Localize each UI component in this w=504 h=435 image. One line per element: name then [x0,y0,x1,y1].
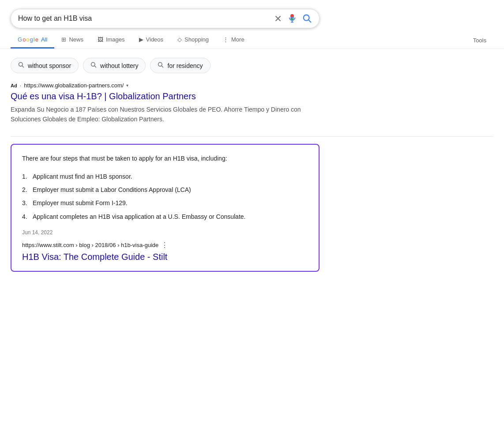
images-icon: 🖼 [98,36,103,43]
chip-search-icon [18,62,24,69]
svg-line-5 [94,66,96,67]
snippet-result-link[interactable]: H1B Visa: The Complete Guide - Stilt [22,252,167,262]
shopping-icon: ◇ [177,36,182,43]
search-icon [302,14,312,23]
chip-search-icon-2 [90,62,97,69]
snippet-step-3: 3. Employer must submit Form I-129. [22,196,308,210]
section-divider [11,136,493,137]
suggestion-chips: without sponsor without lottery for resi… [0,49,504,82]
search-input[interactable] [18,15,274,22]
chip-without-sponsor[interactable]: without sponsor [11,58,79,73]
ad-label-row: Ad · https://www.globalization-partners.… [11,82,320,89]
tab-news-label: News [69,36,83,43]
tab-more[interactable]: ⋮ More [216,32,252,49]
tab-videos[interactable]: ▶ Videos [132,32,171,49]
chip-search-icon-3 [158,62,164,69]
voice-search-button[interactable] [287,14,297,23]
featured-snippet: There are four steps that must be taken … [11,144,320,272]
search-bar [11,9,320,28]
snippet-step-1: 1. Applicant must find an H1B sponsor. [22,170,308,183]
tab-videos-label: Videos [146,36,164,43]
nav-tabs: Google All ⊞ News 🖼 Images ▶ Videos ◇ Sh… [0,28,504,49]
snippet-more-options-button[interactable]: ⋮ [161,241,168,249]
search-bar-container [0,0,504,28]
tab-shopping-label: Shopping [184,36,209,43]
chip-for-residency[interactable]: for residency [150,58,210,73]
chip-without-lottery-label: without lottery [100,62,138,69]
ad-description: Expanda Su Negocio a 187 Países con Nues… [11,105,320,124]
more-icon: ⋮ [223,36,229,43]
tab-shopping[interactable]: ◇ Shopping [170,32,216,49]
close-icon [274,15,282,22]
snippet-source-url: https://www.stilt.com › blog › 2018/06 ›… [22,242,158,248]
snippet-steps-list: 1. Applicant must find an H1B sponsor. 2… [22,170,308,224]
snippet-step-2: 2. Employer must submit a Labor Conditio… [22,183,308,196]
ad-title-link[interactable]: Qué es una visa H-1B? | Globalization Pa… [11,90,320,102]
microphone-icon [287,14,297,23]
svg-line-7 [162,66,163,67]
chip-without-sponsor-label: without sponsor [28,62,71,69]
tab-images[interactable]: 🖼 Images [90,32,132,49]
ad-dropdown-icon[interactable]: ▾ [126,83,128,88]
tab-all[interactable]: Google All [11,32,54,49]
snippet-intro: There are four steps that must be taken … [22,154,308,163]
ad-badge: Ad [11,83,17,88]
clear-button[interactable] [274,15,282,22]
tab-more-label: More [231,36,244,43]
tab-all-label: All [41,36,47,43]
ad-url: https://www.globalization-partners.com/ [24,82,124,89]
search-button[interactable] [302,14,312,23]
svg-line-1 [308,20,311,22]
search-icons [274,14,312,23]
chip-for-residency-label: for residency [167,62,203,69]
snippet-step-4: 4. Applicant completes an H1B visa appli… [22,210,308,223]
news-icon: ⊞ [61,36,66,43]
tab-images-label: Images [106,36,125,43]
ad-section: Ad · https://www.globalization-partners.… [0,82,331,131]
snippet-date: Jun 14, 2022 [22,229,308,236]
svg-line-3 [22,66,23,67]
chip-without-lottery[interactable]: without lottery [83,58,146,73]
all-icon: Google [18,36,38,43]
videos-icon: ▶ [139,36,143,43]
snippet-source-row: https://www.stilt.com › blog › 2018/06 ›… [22,241,308,249]
tab-news[interactable]: ⊞ News [54,32,90,49]
tools-button[interactable]: Tools [466,33,493,48]
